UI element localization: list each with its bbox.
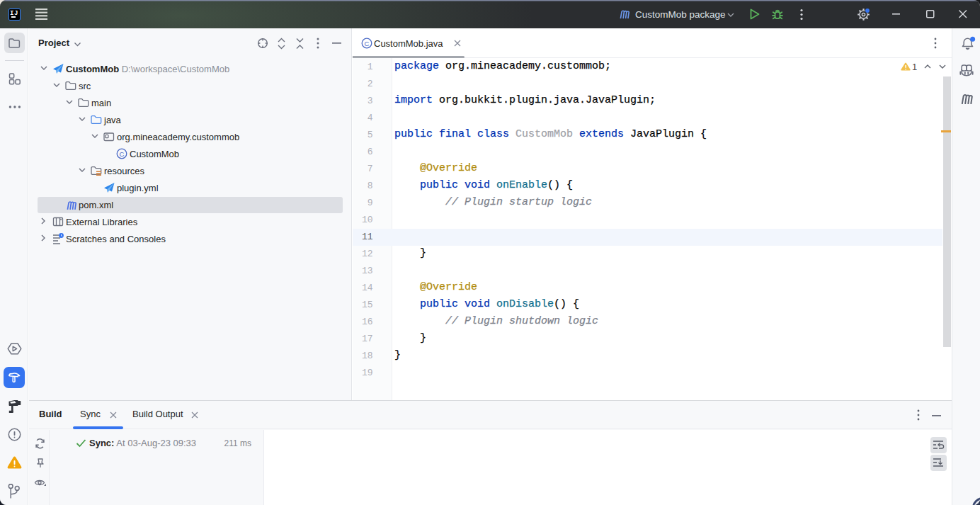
svg-text:C: C: [365, 40, 370, 47]
svg-text:C: C: [120, 150, 125, 158]
